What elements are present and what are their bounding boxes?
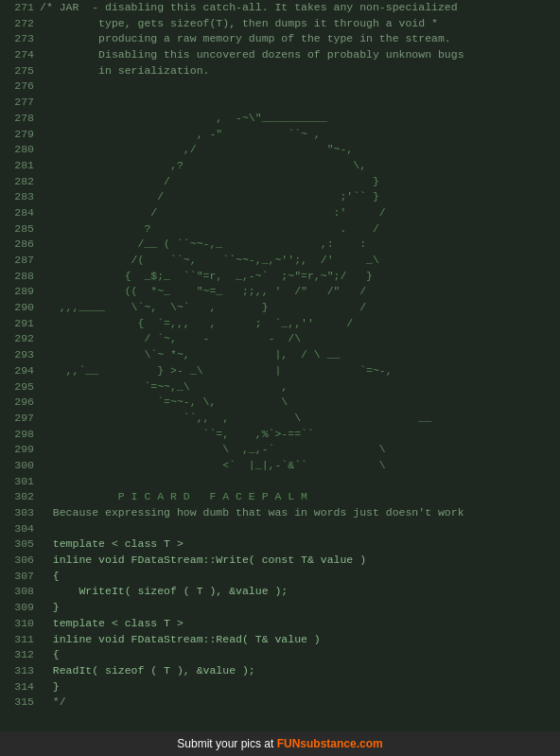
line-content: Disabling this uncovered dozens of proba… xyxy=(40,47,560,63)
code-line: 284 / :' / xyxy=(0,205,560,221)
line-number: 274 xyxy=(0,47,40,63)
line-content: */ xyxy=(40,694,560,711)
line-number: 286 xyxy=(0,237,40,253)
line-number: 291 xyxy=(0,316,40,332)
line-number: 294 xyxy=(0,363,40,379)
line-number: 307 xyxy=(0,569,40,585)
line-number: 271 xyxy=(0,0,40,16)
line-number: 277 xyxy=(0,95,40,111)
line-number: 273 xyxy=(0,31,40,47)
line-content: } xyxy=(40,600,560,616)
line-number: 310 xyxy=(0,616,40,632)
line-number: 309 xyxy=(0,600,40,616)
line-content: { `=,,, , ; `_,,'' / xyxy=(40,316,560,332)
code-line: 307 { xyxy=(0,569,560,585)
code-line: 315 */ xyxy=(0,694,560,711)
line-content: / } xyxy=(40,174,560,190)
line-content: ,,,____ \`~, \~` , } / xyxy=(40,300,560,316)
line-content: /__ ( ``~~-,_ ,: : xyxy=(40,237,560,253)
line-number: 276 xyxy=(0,79,40,95)
code-line: 291 { `=,,, , ; `_,,'' / xyxy=(0,316,560,332)
code-line: 299 \ ,_,-` \ xyxy=(0,442,560,458)
line-number: 275 xyxy=(0,63,40,79)
code-editor: 271/* JAR - disabling this catch-all. It… xyxy=(0,0,560,731)
line-number: 311 xyxy=(0,632,40,648)
line-number: 297 xyxy=(0,411,40,427)
code-line: 305 template < class T > xyxy=(0,536,560,553)
code-line: 288 { _$;_ ``"=r, _,-~` ;~"=r,~";/ } xyxy=(0,269,560,285)
line-number: 313 xyxy=(0,663,40,679)
line-content: <` |_|,-`&`` \ xyxy=(40,458,560,474)
code-line: 295 `=~~,_\ , xyxy=(0,379,560,396)
line-number: 281 xyxy=(0,158,40,174)
code-line: 306 inline void FDataStream::Write( cons… xyxy=(0,553,560,569)
line-content xyxy=(40,521,560,537)
line-number: 295 xyxy=(0,379,40,396)
line-content xyxy=(40,95,560,111)
code-line: 300 <` |_|,-`&`` \ xyxy=(0,458,560,474)
line-content: producing a raw memory dump of the type … xyxy=(40,31,560,47)
line-content: WriteIt( sizeof ( T ), &value ); xyxy=(40,584,560,600)
line-number: 300 xyxy=(0,458,40,474)
line-number: 305 xyxy=(0,536,40,553)
line-content: in serialization. xyxy=(40,63,560,79)
line-number: 302 xyxy=(0,489,40,505)
line-content: inline void FDataStream::Read( T& value … xyxy=(40,632,560,648)
line-number: 284 xyxy=(0,205,40,221)
line-number: 288 xyxy=(0,269,40,285)
code-line: 304 xyxy=(0,521,560,537)
line-number: 312 xyxy=(0,647,40,663)
line-content: { _$;_ ``"=r, _,-~` ;~"=r,~";/ } xyxy=(40,269,560,285)
code-line: 309 } xyxy=(0,600,560,616)
code-line: 277 xyxy=(0,95,560,111)
line-number: 278 xyxy=(0,111,40,127)
code-line: 281 ,? \, xyxy=(0,158,560,174)
code-line: 312 { xyxy=(0,647,560,663)
footer-prefix: Submit your pics at xyxy=(177,737,276,750)
line-content: `=~~-, \, \ xyxy=(40,395,560,411)
line-number: 298 xyxy=(0,427,40,443)
line-number: 303 xyxy=(0,505,40,521)
line-number: 315 xyxy=(0,694,40,711)
line-content: \`~ *~, |, / \ __ xyxy=(40,347,560,363)
line-content: ,? \, xyxy=(40,158,560,174)
footer-site: FUNsubstance.com xyxy=(277,737,383,750)
line-number: 299 xyxy=(0,442,40,458)
line-number: 272 xyxy=(0,16,40,32)
line-number: 280 xyxy=(0,142,40,158)
code-line: 301 xyxy=(0,474,560,490)
code-line: 292 / `~, - - /\ xyxy=(0,331,560,347)
code-line: 275 in serialization. xyxy=(0,63,560,79)
line-content: , -~\"__________ xyxy=(40,111,560,127)
line-content: { xyxy=(40,569,560,585)
code-line: 285 ? . / xyxy=(0,221,560,237)
line-number: 304 xyxy=(0,521,40,537)
code-line: 294 ,,`__ } >- _\ | `=~-, xyxy=(0,363,560,379)
code-line: 286 /__ ( ``~~-,_ ,: : xyxy=(0,237,560,253)
code-line: 314 } xyxy=(0,679,560,695)
line-content: / :' / xyxy=(40,205,560,221)
line-content: ,,`__ } >- _\ | `=~-, xyxy=(40,363,560,379)
line-content: , -" ``~ , xyxy=(40,127,560,143)
line-content: (( *~_ "~=_ ;;,, ' /" /" / xyxy=(40,284,560,300)
code-line: 290 ,,,____ \`~, \~` , } / xyxy=(0,300,560,316)
line-content: P I C A R D F A C E P A L M xyxy=(40,489,560,505)
code-line: 276 xyxy=(0,79,560,95)
line-number: 314 xyxy=(0,679,40,695)
line-content: type, gets sizeof(T), then dumps it thro… xyxy=(40,16,560,32)
line-content: \ ,_,-` \ xyxy=(40,442,560,458)
line-content: ReadIt( sizeof ( T ), &value ); xyxy=(40,663,560,679)
code-line: 282 / } xyxy=(0,174,560,190)
line-number: 287 xyxy=(0,253,40,269)
code-line: 272 type, gets sizeof(T), then dumps it … xyxy=(0,16,560,32)
line-content: ``,, , \ __ xyxy=(40,411,560,427)
line-content: ``=, ,%`>-==`` xyxy=(40,427,560,443)
code-line: 280 ,/ "~-, xyxy=(0,142,560,158)
line-content xyxy=(40,474,560,490)
line-content: ? . / xyxy=(40,221,560,237)
line-number: 306 xyxy=(0,553,40,569)
code-line: 308 WriteIt( sizeof ( T ), &value ); xyxy=(0,584,560,600)
line-content: Because expressing how dumb that was in … xyxy=(40,505,560,521)
line-number: 296 xyxy=(0,395,40,411)
code-line: 303 Because expressing how dumb that was… xyxy=(0,505,560,521)
